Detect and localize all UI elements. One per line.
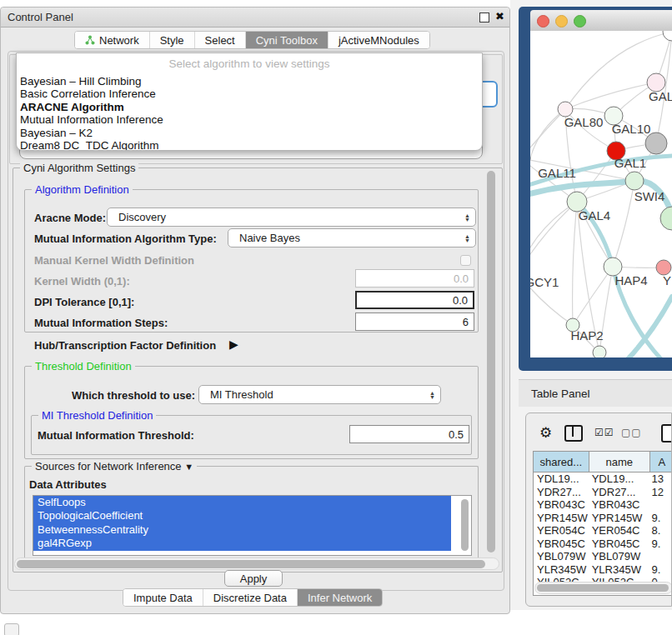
data-attributes-list[interactable]: SelfLoopsTopologicalCoefficientBetweenne… — [33, 495, 472, 556]
network-node[interactable] — [663, 31, 672, 41]
gear-icon[interactable]: ⚙ — [539, 424, 552, 442]
attribute-option[interactable]: BetweennessCentrality — [33, 523, 451, 537]
table-cell[interactable]: YLR345W — [534, 563, 589, 577]
network-node[interactable] — [625, 172, 644, 190]
table-row[interactable]: YDR27...YDR27...12 — [534, 486, 672, 499]
settings-hscroll-thumb[interactable] — [17, 560, 485, 568]
network-canvas[interactable]: GALGAL80GAL10GAL1GAL11SWI4GAL4HAP4YGCY1H… — [530, 31, 672, 358]
table-cell[interactable]: YDR27... — [589, 486, 649, 499]
tab-cyni-toolbox[interactable]: Cyni Toolbox — [246, 32, 328, 48]
close-icon[interactable]: ✖ — [495, 10, 504, 22]
close-traffic-icon[interactable] — [537, 15, 549, 28]
tab-infer-network[interactable]: Infer Network — [298, 589, 382, 606]
table-hscroll-thumb[interactable] — [537, 584, 669, 592]
expand-arrow-icon[interactable]: ▶ — [229, 338, 238, 351]
zoom-traffic-icon[interactable] — [574, 15, 586, 28]
table-row[interactable]: YBR045CYBR045C9. — [534, 538, 672, 551]
table-cell[interactable]: YBL079W — [589, 550, 649, 563]
float-window-icon[interactable] — [479, 12, 489, 22]
tab-impute-data[interactable]: Impute Data — [123, 589, 203, 606]
settings-vertical-scrollbar[interactable] — [487, 171, 495, 552]
table-cell[interactable]: YLR345W — [589, 563, 649, 577]
table-cell[interactable] — [649, 550, 672, 563]
tab-style[interactable]: Style — [150, 32, 195, 48]
table-cell[interactable]: 12 — [649, 486, 672, 499]
table-cell[interactable]: YDR27... — [534, 486, 589, 499]
split-view-icon[interactable] — [564, 425, 583, 442]
network-node[interactable] — [593, 346, 606, 358]
algorithm-option[interactable]: Basic Correlation Inference — [17, 88, 482, 100]
panel-tabbar: Network Style Select Cyni Toolbox jActiv… — [74, 31, 430, 49]
tab-network[interactable]: Network — [75, 32, 150, 48]
minimize-traffic-icon[interactable] — [555, 15, 568, 28]
table-cell[interactable]: 9. — [649, 512, 672, 525]
tab-network-label: Network — [99, 34, 139, 47]
node-label: Y — [663, 273, 671, 288]
mi-steps-field[interactable]: 6 — [355, 312, 474, 331]
table-cell[interactable]: YBL079W — [534, 550, 589, 563]
new-table-icon[interactable] — [661, 424, 672, 442]
kernel-width-field[interactable]: 0.0 — [355, 269, 474, 288]
algorithm-option[interactable]: Bayesian – K2 — [17, 127, 482, 139]
table-row[interactable]: YPR145WYPR145W9. — [534, 512, 672, 525]
hub-definition-label[interactable]: Hub/Transcription Factor Definition — [34, 339, 216, 352]
algorithm-option[interactable]: Mutual Information Inference — [17, 113, 482, 126]
table-cell[interactable]: YBR045C — [534, 538, 589, 551]
control-panel-titlebar[interactable]: Control Panel ✖ — [1, 8, 509, 28]
algorithm-option[interactable]: Dream8 DC_TDC Algorithm — [17, 139, 482, 151]
which-threshold-combo[interactable]: MI Threshold ▲▼ — [198, 385, 441, 404]
table-cell[interactable]: YER054C — [589, 524, 649, 538]
manual-kernel-checkbox[interactable] — [460, 255, 471, 266]
mi-threshold-field[interactable]: 0.5 — [349, 425, 469, 443]
table-row[interactable]: YER054CYER054C8. — [534, 524, 672, 538]
aracne-mode-combo[interactable]: Discovery ▲▼ — [107, 208, 476, 227]
table-cell[interactable]: YDL19... — [589, 472, 649, 486]
dpi-tolerance-field[interactable]: 0.0 — [355, 291, 474, 309]
attribute-option[interactable]: SelfLoops — [33, 496, 451, 509]
table-cell[interactable]: YBR043C — [589, 498, 649, 512]
collapse-arrow-icon[interactable]: ▼ — [184, 462, 193, 472]
overview-corner-icon[interactable] — [4, 623, 19, 635]
table-cell[interactable]: YBR045C — [589, 538, 649, 551]
column-header-extra[interactable]: A — [650, 452, 672, 472]
network-node[interactable] — [660, 207, 672, 230]
table-cell[interactable]: YBR043C — [534, 498, 589, 512]
deselect-all-icon[interactable]: ▢▢ — [621, 427, 642, 438]
column-header-shared[interactable]: shared... — [534, 452, 589, 472]
control-panel: Control Panel ✖ Network Style Select Cyn… — [0, 7, 510, 614]
attribute-option[interactable]: gal4RGexp — [33, 537, 451, 550]
sources-title[interactable]: Sources for Network Inference ▼ — [32, 460, 197, 472]
settings-hscroll-track[interactable] — [14, 558, 499, 570]
apply-button[interactable]: Apply — [224, 570, 283, 587]
node-table[interactable]: shared... name A YDL19...YDL19...13YDR27… — [533, 451, 672, 596]
cyni-settings-title: Cyni Algorithm Settings — [20, 162, 138, 174]
table-row[interactable]: YBR043CYBR043C — [534, 498, 672, 512]
table-cell[interactable]: YPR145W — [589, 512, 649, 525]
algorithm-option[interactable]: ARACNE Algorithm — [17, 101, 482, 113]
table-cell[interactable]: 9. — [649, 538, 672, 551]
mi-type-combo[interactable]: Naive Bayes ▲▼ — [228, 228, 476, 248]
table-row[interactable]: YBL079WYBL079W — [534, 550, 672, 563]
attributes-scrollbar[interactable] — [461, 499, 469, 551]
table-cell[interactable]: 8. — [649, 524, 672, 538]
tab-jactivemnodules[interactable]: jActiveMNodules — [328, 32, 429, 48]
table-hscroll-track[interactable] — [534, 582, 672, 594]
table-cell[interactable]: 9. — [649, 563, 672, 577]
table-cell[interactable] — [649, 498, 672, 512]
tab-select[interactable]: Select — [195, 32, 246, 48]
tab-discretize-data[interactable]: Discretize Data — [203, 589, 298, 606]
network-window-titlebar[interactable] — [530, 10, 672, 32]
select-all-icon[interactable]: ☑☑ — [594, 427, 614, 438]
table-row[interactable]: YDL19...YDL19...13 — [534, 472, 672, 486]
network-node[interactable] — [645, 132, 667, 154]
algorithm-option[interactable]: Bayesian – Hill Climbing — [17, 75, 482, 88]
table-panel-titlebar[interactable]: Table Panel — [519, 379, 672, 407]
table-cell[interactable]: YDL19... — [534, 472, 589, 486]
network-view-window[interactable]: GALGAL80GAL10GAL1GAL11SWI4GAL4HAP4YGCY1H… — [519, 7, 672, 371]
attribute-option[interactable]: TopologicalCoefficient — [33, 509, 451, 522]
column-header-name[interactable]: name — [589, 452, 650, 472]
table-cell[interactable]: YER054C — [534, 524, 589, 538]
table-row[interactable]: YLR345WYLR345W9. — [534, 563, 672, 577]
table-cell[interactable]: 13 — [649, 472, 672, 486]
table-cell[interactable]: YPR145W — [534, 512, 589, 525]
